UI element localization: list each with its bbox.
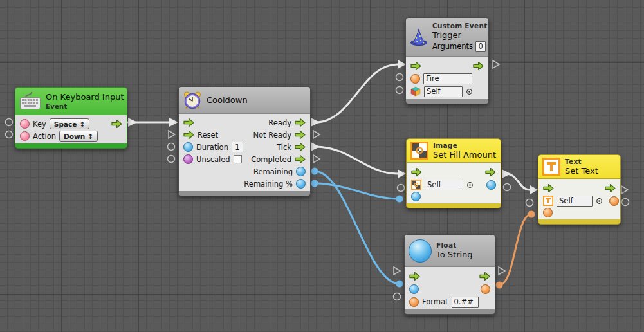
key-dropdown[interactable]: Space ↕ [50,118,89,129]
wire-tick-to-image[interactable] [311,142,406,178]
event-name-input[interactable] [423,73,472,84]
port-stub-text-self[interactable] [526,199,533,207]
value-output-port[interactable] [486,180,496,190]
target-input[interactable] [557,196,593,207]
target-input[interactable] [425,180,463,190]
wire-arrowhead [311,142,320,151]
format-label: Format [422,297,448,306]
arguments-input[interactable] [475,41,486,52]
node-text-set-text[interactable]: Text Set Text [538,154,621,225]
wire-segment[interactable] [315,147,398,174]
image-mini-icon[interactable] [411,180,421,190]
port-stub-trigger-out[interactable] [493,60,499,68]
port-stub-keyboard-key[interactable] [6,119,13,126]
node-header[interactable]: On Keyboard Input Event [15,88,127,115]
string-output-port[interactable] [481,284,490,294]
dropdown-arrows-icon: ↕ [79,120,85,128]
node-cooldown[interactable]: Cooldown Ready Reset Not Ready [178,86,311,196]
completed-output-port[interactable] [295,154,306,164]
port-stub-cooldown-completed[interactable] [313,155,320,163]
node-header[interactable]: Text Set Text [538,155,620,179]
flow-output-port[interactable] [485,167,496,177]
wire-keyboard-to-cooldown[interactable] [128,118,178,127]
wire-segment[interactable] [499,214,531,285]
reset-input-port[interactable] [183,130,194,140]
ready-output-port[interactable] [295,118,306,127]
tick-label: Tick [277,143,291,152]
node-on-keyboard-input[interactable]: On Keyboard Input Event Key Space ↕ Acti… [15,87,127,149]
target-input[interactable] [424,86,463,97]
port-stub-cooldown-unscaled[interactable] [168,156,175,163]
key-port[interactable] [20,119,30,129]
flow-input-port[interactable] [410,61,421,71]
fill-amount-input-port[interactable] [411,192,421,201]
node-body: Key Space ↕ Action Down ↕ [15,115,127,143]
node-custom-event-trigger[interactable]: Custom Event Trigger Arguments [405,17,489,104]
port-stub-float-format[interactable] [394,293,401,300]
node-header[interactable]: Cooldown [179,87,310,114]
flow-input-port[interactable] [543,183,554,193]
float-input-port[interactable] [409,284,419,294]
unscaled-label: Unscaled [196,155,230,164]
flow-output-port[interactable] [473,61,484,71]
flow-input-port[interactable] [409,272,420,281]
port-stub-cooldown-reset[interactable] [169,131,175,138]
action-dropdown[interactable]: Down ↕ [59,131,98,142]
flow-output-port[interactable] [605,183,616,193]
flow-graph-canvas[interactable]: On Keyboard Input Event Key Space ↕ Acti… [0,0,644,332]
gameobject-cube-icon[interactable] [410,86,421,97]
flow-input-port[interactable] [183,118,194,127]
node-header[interactable]: Float To String [405,235,495,267]
remaining-output-port[interactable] [296,167,306,176]
port-stub-cooldown-notready[interactable] [313,131,320,138]
remaining-pct-output-port[interactable] [296,179,306,189]
port-stub-image-out-value[interactable] [504,184,511,191]
wire-segment[interactable] [315,171,400,284]
wire-endpoint [396,196,403,203]
port-row: Remaining % [183,178,306,190]
port-stub-text-out-flow[interactable] [621,186,628,194]
port-stub-text-out-value[interactable] [622,199,629,206]
format-port[interactable] [409,297,419,307]
flow-output-port[interactable] [111,119,122,129]
port-stub-image-self[interactable] [398,185,405,192]
port-stub-float-in-flow[interactable] [394,267,400,275]
node-float-to-string[interactable]: Float To String Format [404,234,495,315]
node-image-set-fill-amount[interactable]: Image Set Fill Amount [406,138,501,208]
node-header[interactable]: Custom Event Trigger Arguments [406,18,488,57]
text-value-input-port[interactable] [543,208,553,217]
wire-remaining-pct-to-image[interactable] [311,180,403,203]
node-header[interactable]: Image Set Fill Amount [407,139,501,163]
duration-port[interactable] [183,142,193,152]
node-body: Format [405,267,495,309]
value-output-port[interactable] [609,196,619,206]
format-input[interactable] [452,297,479,308]
wire-segment[interactable] [315,64,398,122]
flow-input-port[interactable] [411,167,422,177]
port-row-value [543,207,616,218]
event-name-port[interactable] [410,74,420,84]
wire-segment[interactable] [506,174,530,190]
wire-float-to-text[interactable] [496,211,535,289]
duration-input[interactable] [232,142,243,152]
port-row: Reset Not Ready [183,129,306,141]
unscaled-port[interactable] [183,154,193,164]
text-mini-icon[interactable] [543,196,553,206]
action-port[interactable] [20,131,30,141]
wire-remaining-to-float[interactable] [311,168,403,288]
wire-arrowhead [169,118,178,127]
port-stub-trigger-self[interactable] [396,87,403,94]
port-stub-trigger-fire[interactable] [396,74,403,81]
port-stub-cooldown-duration[interactable] [168,143,175,151]
port-row-target [411,178,496,191]
port-stub-keyboard-action[interactable] [6,131,13,138]
unscaled-checkbox[interactable] [234,155,242,163]
duration-label: Duration [196,143,228,152]
wire-segment[interactable] [315,183,400,199]
tick-output-port[interactable] [295,142,306,152]
port-stub-float-out-flow[interactable] [499,267,505,275]
flow-output-port[interactable] [479,272,490,281]
action-label: Action [33,132,56,141]
wire-ready-to-trigger[interactable] [311,60,406,127]
not-ready-output-port[interactable] [295,130,306,140]
